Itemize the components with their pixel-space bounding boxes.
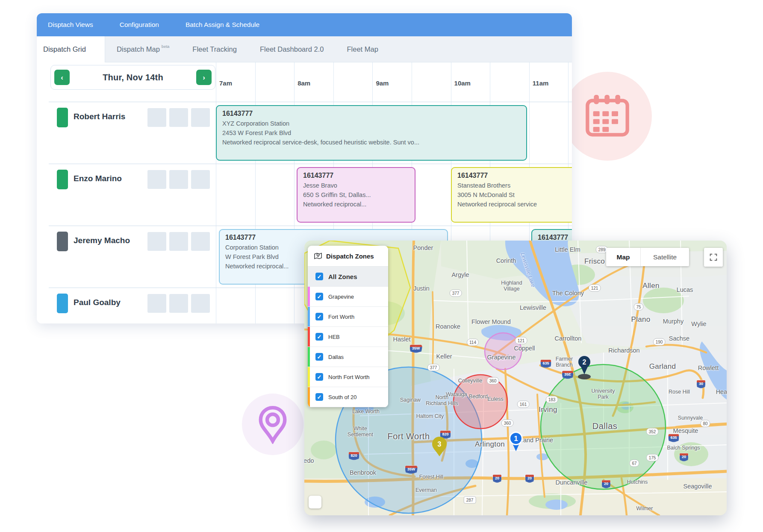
map-marker-1[interactable]: 1 xyxy=(508,432,524,454)
satellite-button[interactable]: Satellite xyxy=(641,248,689,266)
map-window[interactable]: PonderJustinArgyleCorinthHighland Villag… xyxy=(304,241,727,515)
technician-color-bar xyxy=(57,232,68,251)
zone-color-bar xyxy=(308,367,310,387)
capacity-slot xyxy=(191,294,210,313)
tab-label: Fleet Map xyxy=(347,45,378,53)
time-label-10am: 10am xyxy=(454,79,471,87)
technician-color-bar xyxy=(57,294,68,313)
tab-fleet-tracking[interactable]: Fleet Tracking xyxy=(181,36,248,62)
technician-color-bar xyxy=(57,170,68,189)
zone-color-bar xyxy=(308,287,310,306)
capacity-slot xyxy=(191,108,210,127)
zone-checkbox[interactable]: ✓ xyxy=(315,393,323,401)
location-pin-icon xyxy=(256,405,289,444)
tab-label: Fleet Tracking xyxy=(192,45,237,53)
job-number: 16143777 xyxy=(222,110,521,118)
calendar-decor-circle xyxy=(563,72,652,161)
svg-text:2: 2 xyxy=(583,359,586,366)
dispatch-zones-header: Dispatch Zones xyxy=(308,246,388,267)
zone-label: Fort Worth xyxy=(328,314,354,320)
job-card-teal[interactable]: 16143777XYZ Corporation Station2453 W Fo… xyxy=(216,105,527,161)
time-label-9am: 9am xyxy=(376,79,389,87)
job-detail-line: 3005 N McDonald St xyxy=(457,190,572,200)
nav-item-batch-assign-schedule[interactable]: Batch Assign & Schedule xyxy=(186,21,259,29)
capacity-slot xyxy=(147,294,166,313)
capacity-slot xyxy=(169,232,188,251)
screenshot-stage: Disptach ViewsConfigurationBatch Assign … xyxy=(0,0,763,532)
job-number: 16143777 xyxy=(457,172,572,179)
dispatch-zones-title: Dispatch Zones xyxy=(326,253,374,260)
zone-label: All Zones xyxy=(328,273,357,280)
technician-name: Enzo Marino xyxy=(74,174,122,183)
grapevine-zone xyxy=(485,333,521,370)
tab-dispatch-map[interactable]: Dispatch Mapbeta xyxy=(105,36,181,62)
time-label-7am: 7am xyxy=(219,79,232,87)
capacity-slot xyxy=(169,108,188,127)
zone-row-all-zones[interactable]: ✓All Zones xyxy=(308,267,388,287)
zone-color-bar xyxy=(308,307,310,326)
zone-checkbox[interactable]: ✓ xyxy=(315,373,323,381)
job-detail-line: 2453 W Forest Park Blvd xyxy=(222,128,521,138)
fullscreen-button[interactable] xyxy=(704,248,723,267)
map-pin-icon xyxy=(314,252,322,260)
capacity-slot xyxy=(169,294,188,313)
map-type-control: Map Satellite xyxy=(606,248,689,266)
time-label-11am: 11am xyxy=(533,79,549,87)
job-card-yellow[interactable]: 16143777Stanstead Brothers3005 N McDonal… xyxy=(451,167,572,223)
job-detail-line: XYZ Corporation Station xyxy=(222,119,521,128)
prev-day-button[interactable]: ‹ xyxy=(54,70,70,85)
date-label: Thur, Nov 14th xyxy=(103,73,163,82)
zone-checkbox[interactable]: ✓ xyxy=(315,293,323,300)
location-pin-decor-circle xyxy=(242,394,303,455)
map-marker-2[interactable]: 2 xyxy=(577,356,592,377)
capacity-slot xyxy=(147,170,166,189)
job-detail-line: Stanstead Brothers xyxy=(457,181,572,190)
zone-label: HEB xyxy=(328,334,340,340)
tab-dispatch-grid[interactable]: Dispatch Grid xyxy=(37,36,105,62)
job-detail-line: Jesse Bravo xyxy=(303,181,409,190)
map-mini-control[interactable] xyxy=(309,496,321,508)
dispatch-zones-panel: Dispatch Zones ✓All Zones✓Grapevine✓Fort… xyxy=(308,246,388,407)
technician-name: Robert Harris xyxy=(74,112,125,121)
zone-label: South of 20 xyxy=(328,394,357,400)
capacity-slot xyxy=(147,232,166,251)
nav-item-configuration[interactable]: Configuration xyxy=(120,21,159,29)
zone-row-north-fort-worth[interactable]: ✓North Fort Worth xyxy=(308,367,388,387)
date-navigator: ‹ Thur, Nov 14th › xyxy=(50,65,215,90)
technician-color-bar xyxy=(57,108,68,127)
heb-zone xyxy=(454,375,507,429)
tab-label: Fleet Dashboard 2.0 xyxy=(260,45,324,53)
zone-label: North Fort Worth xyxy=(328,374,370,380)
zone-checkbox[interactable]: ✓ xyxy=(315,273,323,280)
zone-color-bar xyxy=(308,327,310,347)
map-marker-3[interactable]: 3 xyxy=(432,437,447,458)
tab-fleet-map[interactable]: Fleet Map xyxy=(335,36,389,62)
technician-name: Jeremy Macho xyxy=(74,236,130,245)
job-detail-line: 650 S Griffin St, Dallas... xyxy=(303,190,409,200)
job-number: 16143777 xyxy=(303,172,409,179)
fullscreen-icon xyxy=(709,253,718,262)
nav-item-disptach-views[interactable]: Disptach Views xyxy=(48,21,93,29)
zone-checkbox[interactable]: ✓ xyxy=(315,313,323,320)
zone-checkbox[interactable]: ✓ xyxy=(315,333,323,341)
svg-text:1: 1 xyxy=(514,435,518,443)
beta-badge: beta xyxy=(162,44,170,49)
next-day-button[interactable]: › xyxy=(196,70,212,85)
tab-fleet-dashboard-2-0[interactable]: Fleet Dashboard 2.0 xyxy=(248,36,336,62)
zone-checkbox[interactable]: ✓ xyxy=(315,353,323,361)
zone-color-bar xyxy=(308,347,310,367)
map-button[interactable]: Map xyxy=(606,248,641,266)
job-card-pink[interactable]: 16143777Jesse Bravo650 S Griffin St, Dal… xyxy=(297,167,415,223)
zone-row-dallas[interactable]: ✓Dallas xyxy=(308,347,388,367)
technician-name: Paul Goalby xyxy=(74,298,121,307)
zone-row-south-of-20[interactable]: ✓South of 20 xyxy=(308,387,388,407)
dallas-zone xyxy=(541,364,666,489)
zone-color-bar xyxy=(308,387,310,407)
capacity-slot xyxy=(147,108,166,127)
zone-row-heb[interactable]: ✓HEB xyxy=(308,327,388,347)
tab-label: Dispatch Grid xyxy=(43,45,86,53)
svg-text:3: 3 xyxy=(438,441,442,448)
zone-row-grapevine[interactable]: ✓Grapevine xyxy=(308,287,388,307)
zone-row-fort-worth[interactable]: ✓Fort Worth xyxy=(308,307,388,327)
zone-label: Grapevine xyxy=(328,294,354,300)
